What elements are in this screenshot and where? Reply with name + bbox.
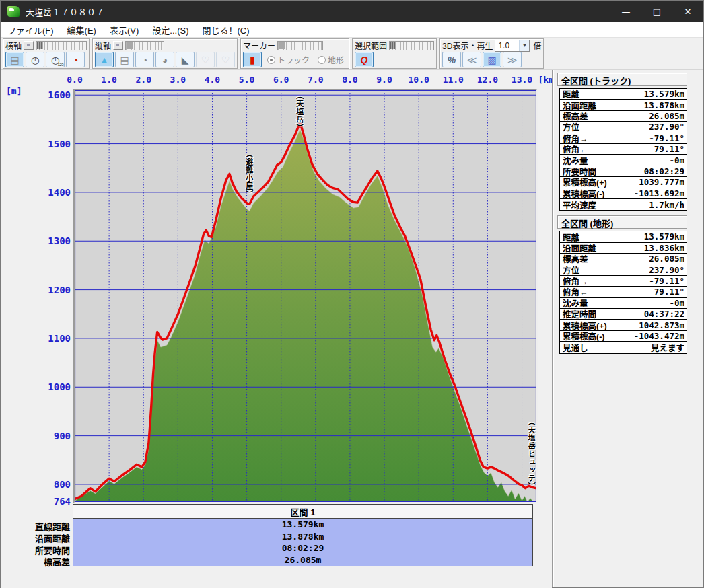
- marker-pen-button[interactable]: ▮: [243, 52, 262, 67]
- section-table-body: 13.579km13.878km08:02:2926.085m: [73, 519, 533, 566]
- stop-button[interactable]: ▨: [483, 52, 501, 67]
- y-axis-tick-label: 800: [1, 479, 71, 490]
- elapsed-time-axis-button[interactable]: ◔: [66, 52, 85, 67]
- slope-icon: ◣: [182, 55, 189, 65]
- speed-gauge-button[interactable]: ◔: [135, 52, 154, 67]
- stat-value: 79.11°: [654, 144, 684, 154]
- radio-track[interactable]: [267, 56, 275, 64]
- y-axis-tick-label: 1300: [1, 235, 71, 246]
- stat-label: 平均速度: [563, 198, 596, 211]
- slider-thumb[interactable]: [390, 42, 396, 49]
- stat-value: 26.085m: [649, 254, 684, 264]
- time-number-axis-button[interactable]: ◷123: [46, 52, 65, 67]
- table-row: 平均速度1.7km/h: [560, 199, 687, 210]
- toolbar-group-4: 選択範囲Q: [352, 38, 437, 69]
- x-axis-tick-label: 2.0: [130, 75, 157, 85]
- toolbar-group-label: マーカー: [243, 40, 275, 51]
- range-slider[interactable]: [389, 41, 434, 50]
- distance-vaxis-button[interactable]: ▤: [115, 52, 134, 67]
- chart-annotation-3: （天塩岳ヒュッテ）: [526, 418, 536, 490]
- playback-speed-suffix: 倍: [533, 40, 541, 51]
- time-axis-button[interactable]: ◷: [26, 52, 44, 67]
- window-controls: — □ ✕: [610, 1, 703, 22]
- close-button[interactable]: ✕: [672, 1, 703, 22]
- range-slider[interactable]: [277, 41, 323, 50]
- panel-table-terrain: 距離13.579km沿面距離13.836km標高差26.085m方位237.90…: [559, 231, 687, 353]
- select-range-button[interactable]: Q: [355, 52, 374, 67]
- elevation-axis-button[interactable]: ▲: [95, 52, 114, 67]
- clock-quarter-icon: ◔: [73, 55, 78, 65]
- section-row-label-3: 所要時間: [1, 544, 70, 556]
- stat-value: 13.579km: [644, 89, 684, 99]
- toolbar-group-label: 縦軸: [95, 40, 111, 51]
- stat-value: 237.90°: [649, 122, 684, 132]
- section-value-2: 13.878km: [73, 531, 532, 543]
- window-title: 天塩岳１７０８０７: [26, 5, 104, 18]
- distance-axis-button[interactable]: ▤: [5, 52, 24, 67]
- menu-item-4[interactable]: 設定...(S): [145, 22, 195, 38]
- x-axis-tick-label: 8.0: [337, 75, 363, 85]
- slider-thumb[interactable]: [37, 42, 43, 49]
- slider-thumb[interactable]: [279, 42, 285, 49]
- chart-annotation-1: （天塩岳）: [294, 91, 305, 132]
- playback-speed-select[interactable]: 1.0▼: [495, 40, 530, 52]
- menu-item-1[interactable]: ファイル(F): [1, 22, 61, 38]
- chart-annotation-2: （避難小屋）: [244, 150, 254, 198]
- mini-toggle-button[interactable]: [24, 41, 34, 50]
- x-axis-tick-label: 12.0: [474, 75, 501, 85]
- section-value-1: 13.579km: [73, 519, 532, 531]
- stat-value: 見えます: [651, 341, 684, 354]
- radio-label: トラック: [277, 54, 310, 65]
- toolbar-group-1: 横軸▤◷◷123◔: [3, 38, 90, 69]
- maximize-button[interactable]: □: [641, 1, 672, 22]
- y-axis-tick-label: 1600: [1, 89, 71, 100]
- toolbar-group-2: 縦軸▲▤◔◕◣♡♡: [92, 38, 238, 69]
- mini-toggle-button[interactable]: [113, 41, 123, 50]
- section-row-label-1: 直線距離: [1, 520, 70, 533]
- table-row: 累積標高(-)-1013.692m: [560, 188, 687, 199]
- ghost-icon: ♡: [221, 55, 230, 65]
- section-row-label-2: 沿面距離: [1, 531, 70, 544]
- y-axis-tick-label: 900: [1, 431, 71, 441]
- pace-gauge-button[interactable]: ◕: [155, 52, 174, 67]
- slider-thumb[interactable]: [127, 42, 133, 49]
- x-axis-tick-label: 13.0: [509, 75, 536, 85]
- menu-item-3[interactable]: 表示(V): [103, 22, 145, 38]
- icon-sub-label: 123: [57, 63, 63, 67]
- stat-value: 13.579km: [644, 231, 684, 242]
- rewind-button[interactable]: ≪: [462, 52, 481, 67]
- minimize-button[interactable]: —: [610, 1, 641, 22]
- toolbar-group-label: 選択範囲: [355, 40, 387, 51]
- chevron-down-icon[interactable]: ▼: [519, 40, 529, 51]
- stat-value: 237.90°: [649, 265, 684, 275]
- playback-speed-value: 1.0: [495, 41, 519, 50]
- x-axis-tick-label: 4.0: [199, 75, 225, 85]
- stat-value: -0m: [669, 155, 684, 166]
- 3d-view-button[interactable]: %: [442, 52, 461, 67]
- x-axis-tick-label: 3.0: [164, 75, 191, 85]
- x-axis-tick-label: 7.0: [302, 75, 329, 85]
- clock-icon: ◷: [31, 55, 39, 65]
- x-axis-tick-label: 10.0: [405, 75, 432, 85]
- y-axis-tick-label: 1200: [1, 285, 71, 295]
- stat-value: -1013.692m: [634, 188, 684, 198]
- radio-label: 地形: [328, 54, 344, 65]
- radio-terrain[interactable]: [318, 56, 326, 64]
- x-axis-tick-label: 6.0: [268, 75, 295, 85]
- skew-3d-icon: %: [448, 55, 456, 65]
- ghost-icon: ♡: [201, 55, 210, 65]
- range-slider[interactable]: [36, 41, 87, 50]
- app-window: 天塩岳１７０８０７ — □ ✕ ファイル(F)編集(E)表示(V)設定...(S…: [0, 0, 704, 588]
- menu-item-2[interactable]: 編集(E): [61, 22, 103, 38]
- section-value-3: 08:02:29: [73, 542, 532, 554]
- elevation-profile-plot[interactable]: [75, 90, 536, 502]
- section-row-label-4: 標高差: [1, 555, 70, 568]
- y-axis-tick-label: 1100: [1, 333, 71, 344]
- y-axis-tick-label: 1500: [1, 139, 71, 149]
- slope-button[interactable]: ◣: [176, 52, 195, 67]
- panel-header-track: 全区間 (トラック): [557, 73, 687, 86]
- menu-item-5[interactable]: 閉じる！(C): [195, 22, 256, 38]
- range-slider[interactable]: [125, 41, 164, 50]
- stat-value: 1039.777m: [639, 177, 684, 187]
- forward-button[interactable]: ≫: [503, 52, 522, 67]
